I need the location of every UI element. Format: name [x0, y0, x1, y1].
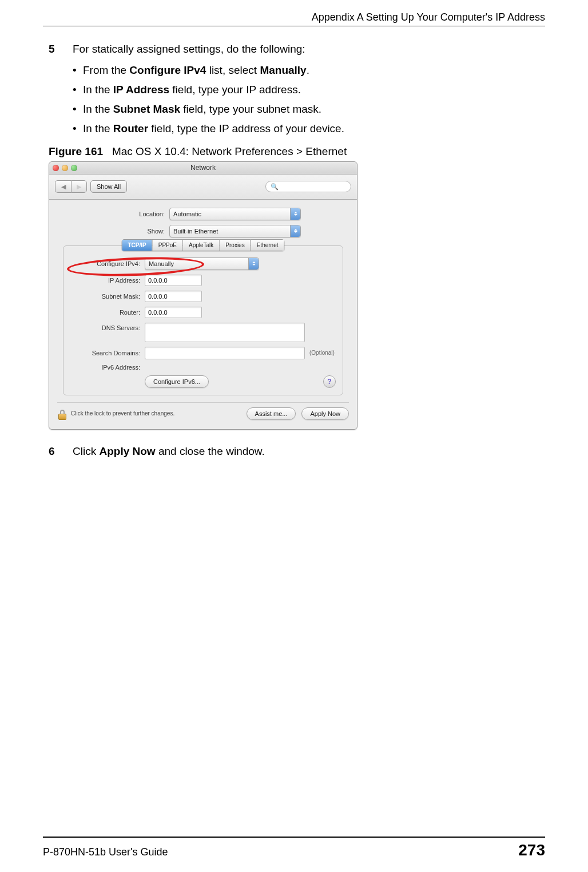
- step-number: 5: [49, 43, 73, 56]
- text-fragment: In the: [83, 122, 113, 134]
- popup-arrows-icon: [290, 208, 300, 220]
- mac-window: Network ◀ ▶ Show All 🔍 Location:: [49, 161, 357, 430]
- tab-panel: TCP/IP PPPoE AppleTalk Proxies Ethernet …: [63, 245, 343, 395]
- configure-popup[interactable]: Manually: [145, 257, 259, 270]
- ip-value: 0.0.0.0: [148, 277, 168, 284]
- text-bold: IP Address: [113, 84, 169, 96]
- search-input[interactable]: 🔍: [265, 181, 351, 192]
- text-fragment: field, type your subnet mask.: [180, 103, 321, 115]
- configure-ipv6-row: Configure IPv6... ?: [70, 375, 336, 388]
- step-5: 5 For statically assigned settings, do t…: [49, 41, 539, 57]
- ip-row: IP Address: 0.0.0.0: [70, 275, 336, 286]
- tab-tcpip[interactable]: TCP/IP: [121, 239, 152, 251]
- step-text: For statically assigned settings, do the…: [73, 41, 305, 57]
- step-number: 6: [49, 445, 73, 458]
- search-domains-input[interactable]: [145, 347, 305, 359]
- step-text: Click Apply Now and close the window.: [73, 443, 265, 459]
- step-6: 6 Click Apply Now and close the window.: [49, 443, 539, 459]
- text-bold: Configure IPv4: [129, 64, 206, 76]
- bullet-text: In the Subnet Mask field, type your subn…: [83, 103, 321, 116]
- show-popup[interactable]: Built-in Ethernet: [169, 225, 301, 237]
- apply-label: Apply Now: [310, 410, 340, 417]
- show-all-button[interactable]: Show All: [90, 180, 127, 193]
- popup-arrows-icon: [290, 225, 300, 237]
- configure-ipv6-wrap: Configure IPv6...: [145, 375, 209, 388]
- popup-arrows-icon: [248, 258, 259, 269]
- lock-area[interactable]: Click the lock to prevent further change…: [57, 407, 174, 420]
- text-fragment: In the: [83, 103, 113, 115]
- location-popup[interactable]: Automatic: [169, 208, 301, 220]
- tab-proxies[interactable]: Proxies: [219, 239, 250, 251]
- tab-appletalk[interactable]: AppleTalk: [182, 239, 219, 251]
- search-domains-label: Search Domains:: [70, 350, 145, 356]
- bullet-line: • In the Router field, type the IP addre…: [73, 122, 539, 135]
- dns-row: DNS Servers:: [70, 323, 336, 342]
- help-button[interactable]: ?: [323, 375, 336, 388]
- ip-input[interactable]: 0.0.0.0: [145, 275, 202, 286]
- footer-page-number: 273: [518, 841, 545, 859]
- bottom-row: Click the lock to prevent further change…: [57, 402, 349, 420]
- main-content: 5 For statically assigned settings, do t…: [49, 34, 539, 459]
- assist-label: Assist me...: [255, 410, 288, 417]
- chevron-left-icon: ◀: [61, 183, 66, 191]
- subnet-input[interactable]: 0.0.0.0: [145, 291, 202, 302]
- location-row: Location: Automatic: [57, 208, 349, 220]
- bullet-line: • In the Subnet Mask field, type your su…: [73, 103, 539, 116]
- bullet-text: In the IP Address field, type your IP ad…: [83, 84, 301, 96]
- optional-label: (Optional): [309, 350, 335, 356]
- subnet-value: 0.0.0.0: [148, 293, 168, 300]
- configure-row: Configure IPv4: Manually: [70, 257, 336, 270]
- assist-button[interactable]: Assist me...: [247, 407, 296, 420]
- configure-ipv6-label: Configure IPv6...: [153, 378, 200, 385]
- bullet-dot: •: [73, 64, 83, 77]
- bullet-line: • In the IP Address field, type your IP …: [73, 84, 539, 96]
- ipv6-label: IPv6 Address:: [70, 364, 145, 371]
- figure-caption: Mac OS X 10.4: Network Preferences > Eth…: [112, 145, 347, 157]
- text-fragment: list, select: [206, 64, 260, 76]
- apply-now-button[interactable]: Apply Now: [301, 407, 349, 420]
- ip-label: IP Address:: [70, 277, 145, 284]
- text-bold: Router: [113, 122, 148, 134]
- bullet-dot: •: [73, 122, 83, 135]
- back-button[interactable]: ◀: [55, 180, 71, 193]
- text-fragment: From the: [83, 64, 129, 76]
- window-title: Network: [49, 164, 357, 172]
- forward-button[interactable]: ▶: [71, 180, 87, 193]
- text-fragment: .: [307, 64, 309, 76]
- page-header: Appendix A Setting Up Your Computer's IP…: [43, 11, 545, 26]
- bullet-line: • From the Configure IPv4 list, select M…: [73, 64, 539, 77]
- router-input[interactable]: 0.0.0.0: [145, 307, 202, 318]
- text-fragment: In the: [83, 84, 113, 96]
- router-label: Router:: [70, 309, 145, 316]
- location-label: Location:: [105, 211, 169, 217]
- figure-container: Network ◀ ▶ Show All 🔍 Location:: [49, 161, 357, 430]
- lock-icon: [57, 407, 67, 420]
- text-bold: Manually: [260, 64, 306, 76]
- location-value: Automatic: [173, 211, 201, 217]
- tab-pppoe[interactable]: PPPoE: [152, 239, 182, 251]
- help-icon: ?: [327, 378, 331, 386]
- show-value: Built-in Ethernet: [173, 228, 218, 235]
- configure-label: Configure IPv4:: [70, 260, 145, 267]
- dns-label: DNS Servers:: [70, 323, 145, 331]
- show-label: Show:: [105, 228, 169, 235]
- header-title: Appendix A Setting Up Your Computer's IP…: [43, 11, 545, 23]
- dns-input[interactable]: [145, 323, 305, 342]
- text-fragment: Click: [73, 445, 99, 457]
- figure-title: Figure 161 Mac OS X 10.4: Network Prefer…: [49, 145, 539, 158]
- bullet-dot: •: [73, 84, 83, 96]
- text-fragment: field, type the IP address of your devic…: [148, 122, 344, 134]
- nav-buttons: ◀ ▶: [55, 180, 87, 193]
- router-value: 0.0.0.0: [148, 309, 168, 316]
- text-fragment: and close the window.: [156, 445, 265, 457]
- content-area: Location: Automatic Show: Built-in Ether…: [49, 200, 357, 429]
- page-footer: P-870HN-51b User's Guide 273: [43, 837, 545, 859]
- text-fragment: field, type your IP address.: [169, 84, 301, 96]
- search-domains-row: Search Domains: (Optional): [70, 347, 336, 359]
- configure-ipv6-button[interactable]: Configure IPv6...: [145, 375, 209, 388]
- subnet-label: Subnet Mask:: [70, 293, 145, 300]
- tab-ethernet[interactable]: Ethernet: [251, 239, 285, 251]
- lock-text: Click the lock to prevent further change…: [71, 410, 174, 417]
- toolbar: ◀ ▶ Show All 🔍: [49, 175, 357, 200]
- chevron-right-icon: ▶: [77, 183, 81, 191]
